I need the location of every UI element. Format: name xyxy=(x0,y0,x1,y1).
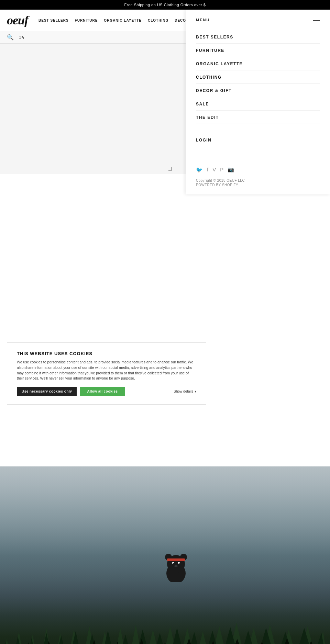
cookie-banner-wrapper: THIS WEBSITE USES COOKIES We use cookies… xyxy=(0,174,330,405)
menu-title: MENU xyxy=(196,18,210,22)
tree-layer xyxy=(0,584,330,644)
svg-marker-18 xyxy=(110,628,131,644)
menu-login-link[interactable]: LOGIN xyxy=(196,134,320,146)
svg-marker-53 xyxy=(37,641,60,644)
cookie-buttons: Use necessary cookies only Allow all coo… xyxy=(17,387,196,396)
menu-header: MENU — xyxy=(196,16,320,23)
vimeo-icon[interactable]: V xyxy=(212,167,216,173)
use-necessary-cookies-button[interactable]: Use necessary cookies only xyxy=(17,387,77,396)
menu-item-clothing[interactable]: CLOTHING xyxy=(196,70,320,84)
bear-character xyxy=(162,551,190,583)
menu-item-furniture[interactable]: FURNITURE xyxy=(196,44,320,57)
svg-marker-28 xyxy=(275,630,302,644)
cookie-title: THIS WEBSITE USES COOKIES xyxy=(17,351,196,356)
svg-marker-49 xyxy=(289,628,320,644)
spacer-1 xyxy=(0,405,330,446)
menu-item-organic-layette[interactable]: ORGANIC LAYETTE xyxy=(196,57,320,70)
menu-item-sale[interactable]: SALE xyxy=(196,97,320,111)
svg-point-7 xyxy=(179,563,180,564)
svg-marker-63 xyxy=(272,638,302,644)
svg-rect-8 xyxy=(167,558,185,561)
nav-organic-layette[interactable]: ORGANIC LAYETTE xyxy=(104,19,142,22)
instagram-icon[interactable]: 📷 xyxy=(228,167,234,173)
svg-marker-10 xyxy=(0,638,14,644)
svg-point-9 xyxy=(174,565,178,567)
menu-close-button[interactable]: — xyxy=(313,16,320,23)
site-header: oeuf BEST SELLERS FURNITURE ORGANIC LAYE… xyxy=(0,10,330,31)
menu-copyright: Copyright © 2018 OEUF LLC POWERED BY SHO… xyxy=(196,179,320,187)
pinterest-icon[interactable]: P xyxy=(220,167,223,173)
svg-marker-34 xyxy=(36,633,57,644)
cart-icon[interactable]: 🛍 xyxy=(19,34,24,41)
left-panel xyxy=(0,44,186,174)
nav-furniture[interactable]: FURNITURE xyxy=(75,19,98,22)
svg-point-6 xyxy=(173,563,174,564)
svg-marker-48 xyxy=(270,632,301,644)
resize-handle-1 xyxy=(168,167,172,171)
cookie-banner: THIS WEBSITE USES COOKIES We use cookies… xyxy=(7,342,206,405)
svg-marker-36 xyxy=(65,631,87,644)
svg-marker-12 xyxy=(24,635,41,644)
menu-items-list: BEST SELLERS FURNITURE ORGANIC LAYETTE C… xyxy=(196,30,320,124)
bear-svg xyxy=(162,551,190,582)
svg-marker-35 xyxy=(51,635,72,644)
allow-all-cookies-button[interactable]: Allow all cookies xyxy=(80,387,124,396)
hero-image-area xyxy=(0,466,330,644)
search-icon[interactable]: 🔍 xyxy=(7,34,14,41)
nav-best-sellers[interactable]: BEST SELLERS xyxy=(38,19,69,22)
svg-marker-32 xyxy=(9,636,27,644)
nav-clothing[interactable]: CLOTHING xyxy=(148,19,168,22)
top-banner: Free Shipping on US Clothing Orders over… xyxy=(0,0,330,10)
menu-item-best-sellers[interactable]: BEST SELLERS xyxy=(196,30,320,44)
show-details-button[interactable]: Show details ▾ xyxy=(174,389,196,393)
facebook-icon[interactable]: f xyxy=(207,167,208,173)
trees-svg xyxy=(0,584,330,644)
menu-item-the-edit[interactable]: THE EDIT xyxy=(196,111,320,124)
svg-marker-16 xyxy=(79,626,100,644)
svg-marker-38 xyxy=(96,631,120,644)
chevron-down-icon: ▾ xyxy=(195,389,196,393)
cookie-text: We use cookies to personalise content an… xyxy=(17,360,196,381)
menu-social-links: 🐦 f V P 📷 xyxy=(196,160,320,173)
site-logo[interactable]: oeuf xyxy=(7,13,28,27)
svg-marker-17 xyxy=(95,631,115,644)
svg-marker-37 xyxy=(81,634,103,644)
menu-item-decor-gift[interactable]: DECOR & GIFT xyxy=(196,84,320,97)
twitter-icon[interactable]: 🐦 xyxy=(196,167,203,173)
mobile-menu-overlay: MENU — BEST SELLERS FURNITURE ORGANIC LA… xyxy=(186,10,330,194)
svg-marker-33 xyxy=(22,638,41,644)
